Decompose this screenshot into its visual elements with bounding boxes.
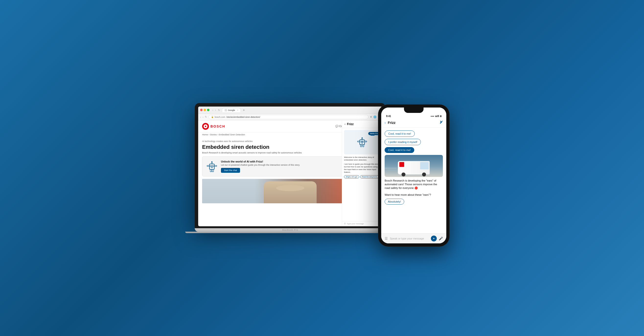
wheel-front <box>402 172 406 176</box>
close-button[interactable] <box>200 109 202 111</box>
laptop-device: ‹ › ↻ Google × + ‹ <box>195 103 386 233</box>
forward-arrow[interactable]: › <box>214 108 216 112</box>
url-domain: bosch.com <box>214 116 225 118</box>
bosch-logo-icon <box>202 123 209 130</box>
traffic-lights <box>200 109 210 111</box>
contact-icon: 💬 <box>336 125 338 128</box>
phone-mic-button[interactable]: 🎤 <box>439 237 443 240</box>
minimize-button[interactable] <box>204 109 206 111</box>
ambulance-photo <box>385 155 443 177</box>
laptop-screen: ‹ › ↻ Google × + ‹ <box>198 107 382 226</box>
phone-input-field[interactable]: Speak or type your message <box>390 237 429 240</box>
chat-overlay-body: HI! Hello Frizz! Welcome to the interact… <box>342 128 382 221</box>
bosch-logo: BOSCH <box>202 123 225 130</box>
phone-chat-subtext: Want to hear more about these "ears"? <box>385 193 443 197</box>
phone-wifi-icon: wifi <box>435 115 439 118</box>
browser-tab[interactable]: Google × <box>222 108 241 112</box>
phone-back-button[interactable]: ‹ <box>385 121 386 125</box>
frizz-chat-overlay: ‹ Frizz <box>342 121 382 226</box>
address-bar[interactable]: 🔒 bosch.com /stories/embedded-siren-dete… <box>208 115 368 119</box>
phone-chat-bubble-3[interactable]: Cool, read it to me! <box>385 147 414 153</box>
svg-rect-4 <box>212 162 212 164</box>
phone-signal-icon: ●●● <box>431 115 434 117</box>
forward-nav[interactable]: › <box>202 116 204 119</box>
frizz-robot-icon <box>206 159 218 174</box>
laptop-bottom <box>185 232 395 233</box>
wheel-rear <box>422 172 426 176</box>
breadcrumb-text: Home › Stories › Embedded Siren Detectio… <box>202 133 245 136</box>
chat-overlay-input-row: ☰ Type your message <box>342 221 382 226</box>
svg-rect-8 <box>210 169 212 172</box>
extensions-icon[interactable]: 🌐 <box>374 116 376 118</box>
chat-menu-icon: ☰ <box>344 223 346 225</box>
svg-rect-17 <box>364 141 367 142</box>
svg-point-5 <box>212 161 212 162</box>
phone-chat-text: Bosch Research is developing the "ears" … <box>385 179 443 190</box>
chat-overlay-message2: I am here to guide you through this stor… <box>344 163 380 174</box>
tab-favicon <box>224 109 227 111</box>
share-icon[interactable]: ⬆ <box>370 116 372 118</box>
chat-overlay-message1: Welcome to the interactive story of embe… <box>344 156 380 161</box>
bosch-logo-text: BOSCH <box>210 124 225 128</box>
back-arrow[interactable]: ‹ <box>212 108 214 112</box>
phone-screen: 9:41 ●●● wifi ▮ ‹ Frizz <box>381 108 446 243</box>
phone-outer: 9:41 ●●● wifi ▮ ‹ Frizz <box>378 105 449 246</box>
bosch-logo-dot <box>205 126 206 127</box>
laptop-screen-outer: ‹ › ↻ Google × + ‹ <box>195 103 386 228</box>
fire-emoji: 🔴 <box>414 186 418 189</box>
ambulance-body <box>398 161 430 174</box>
chat-overlay-title: Frizz <box>347 122 380 126</box>
phone-status-icons: ●●● wifi ▮ <box>431 115 442 118</box>
phone-chat-image <box>385 155 443 177</box>
maximize-button[interactable] <box>207 109 210 111</box>
svg-rect-14 <box>362 138 362 140</box>
chat-overlay-back[interactable]: ‹ <box>344 122 346 126</box>
overlay-robot-icon <box>357 136 367 148</box>
website-content: BOSCH 💬 Contact us 🔍 Search <box>198 121 382 226</box>
svg-rect-10 <box>360 140 364 145</box>
chat-input-placeholder[interactable]: Type your message <box>347 223 380 225</box>
chat-overlay-header: ‹ Frizz <box>342 121 382 128</box>
new-tab-button[interactable]: + <box>242 108 246 112</box>
laptop-base <box>195 228 386 232</box>
chat-overlay-btn2[interactable]: Read the story to m... <box>360 175 380 178</box>
ambulance-cross <box>399 162 404 167</box>
svg-rect-18 <box>360 145 362 147</box>
phone-menu-icon: ☰ <box>385 237 388 240</box>
svg-rect-3 <box>211 168 213 168</box>
robot-greeting-area: HI! Hello Frizz! <box>344 130 380 155</box>
reload-button[interactable]: ↻ <box>218 108 220 112</box>
chat-overlay-btn1[interactable]: Alright, let's go! <box>344 175 359 178</box>
phone-notch <box>404 108 424 113</box>
tab-label: Google <box>228 109 235 111</box>
phone-device: 9:41 ●●● wifi ▮ ‹ Frizz <box>378 105 449 246</box>
blur-line-1 <box>385 168 397 168</box>
main-scene: ‹ › ↻ Google × + ‹ <box>195 90 449 246</box>
svg-rect-7 <box>214 166 217 167</box>
phone-chat-bubble-2[interactable]: I prefer reading it myself <box>385 139 421 145</box>
phone-app-action-icon[interactable] <box>438 120 443 125</box>
svg-point-1 <box>210 166 212 167</box>
reload-nav[interactable]: ↻ <box>205 115 207 119</box>
phone-send-button[interactable]: ➤ <box>431 236 437 241</box>
phone-chat-bubble-1[interactable]: Cool, read it to me! <box>385 131 415 137</box>
svg-point-12 <box>362 141 364 142</box>
phone-input-bar: ☰ Speak or type your message ➤ 🎤 <box>381 233 446 243</box>
send-icon: ➤ <box>433 237 435 240</box>
frizz-banner-description: Let our AI-powered chatbot guide you thr… <box>221 164 300 166</box>
browser-nav: ‹ › ↻ <box>212 108 220 112</box>
address-bar-row: ‹ › ↻ 🔒 bosch.com /stories/embedded-sire… <box>198 114 382 121</box>
bosch-logo-inner <box>204 124 208 128</box>
chat-overlay-buttons: Alright, let's go! Read the story to m..… <box>344 175 380 178</box>
blur-line-2 <box>387 170 397 170</box>
svg-rect-16 <box>358 141 360 142</box>
browser-chrome: ‹ › ↻ Google × + <box>198 107 382 114</box>
url-path: /stories/embedded-siren-detection/ <box>226 116 260 118</box>
svg-point-11 <box>361 141 362 142</box>
back-nav[interactable]: ‹ <box>200 116 201 119</box>
phone-chat-body: Cool, read it to me! I prefer reading it… <box>381 128 446 233</box>
svg-rect-6 <box>207 166 210 167</box>
start-chat-button[interactable]: Start the chat <box>221 168 240 173</box>
absolutely-button[interactable]: Absolutely! <box>385 199 404 204</box>
tab-close-button[interactable]: × <box>237 109 238 111</box>
